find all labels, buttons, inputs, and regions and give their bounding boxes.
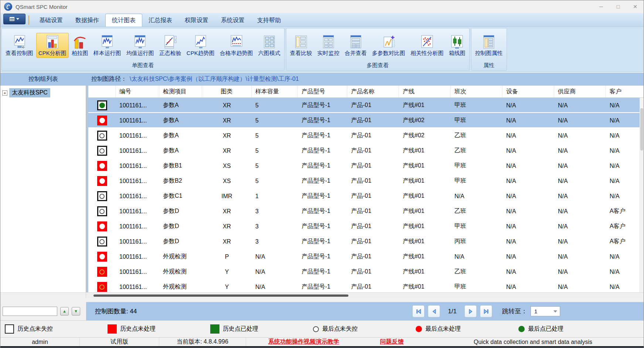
maximize-button[interactable]: □ (610, 0, 627, 13)
column-header-customer[interactable]: 客户 (606, 86, 644, 97)
tab-permission-settings[interactable]: 权限设置 (178, 14, 215, 27)
cell-device: N/A (502, 269, 554, 275)
jump-to-value: 1 (534, 308, 537, 314)
table-row[interactable]: 1001161...参数AXR5产品型号-1产品-01产线#01甲班N/AN/A… (88, 98, 644, 113)
cell-chart-type: XR (202, 117, 252, 124)
column-header-supplier[interactable]: 供应商 (554, 86, 606, 97)
merged-view-button[interactable]: 合并查看 (343, 33, 369, 58)
pareto-chart-button[interactable]: 柏拉图 (69, 33, 91, 58)
history-status-square-icon (97, 237, 107, 247)
tab-data-operations[interactable]: 数据操作 (69, 14, 105, 27)
jump-to-select[interactable]: 1 (531, 306, 560, 316)
minimize-button[interactable]: ─ (593, 0, 610, 13)
legend-square-swatch-icon (108, 324, 117, 334)
history-status-square-icon (97, 282, 107, 292)
tab-statistics-charts[interactable]: 统计图表 (105, 14, 142, 27)
control-chart-table: 编号检测项目图类样本容量产品型号产品名称产线班次设备供应商客户 1001161.… (86, 86, 644, 292)
normality-test-button[interactable]: 正态检验 (157, 33, 184, 58)
tab-basic-settings[interactable]: 基础设置 (33, 14, 69, 27)
column-header-item[interactable]: 检测项目 (159, 86, 202, 97)
vertical-scrollbar-thumb[interactable] (640, 108, 643, 151)
last-page-button[interactable] (480, 305, 492, 317)
mean-run-icon (133, 35, 147, 49)
column-header-status[interactable] (88, 86, 116, 97)
status-bar: admin试用版当前版本: 4.8.4.996系统功能操作视频演示教学问题反馈Q… (0, 337, 644, 348)
mean-run-chart-button[interactable]: 均值运行图 (124, 33, 156, 58)
table-row[interactable]: 1001161...参数AXR5产品型号-1产品-01产线#02乙班N/AN/A… (88, 128, 644, 143)
history-status-square-icon (97, 116, 107, 125)
tree-item-label[interactable]: 太友科技SPC (9, 88, 50, 97)
correlation-analysis-chart-button[interactable]: 相关性分析图 (408, 33, 446, 58)
cell-product-model: 产品型号-1 (298, 192, 347, 200)
table-row[interactable]: 1001161...参数B1XS5产品型号-1产品-01产线#01甲班N/AN/… (88, 158, 644, 173)
cell-supplier: N/A (554, 254, 606, 260)
cell-status (88, 282, 116, 292)
table-row[interactable]: 1001161...参数DXR3产品型号-1产品-01产线#01甲班N/AN/A… (88, 219, 644, 234)
cell-product-model: 产品型号-1 (298, 223, 347, 230)
column-header-sample-size[interactable]: 样本容量 (252, 86, 298, 97)
move-down-button[interactable]: ▼ (72, 307, 80, 316)
multi-parameter-compare-chart-button[interactable]: 多参数对比图 (370, 33, 408, 58)
cell-shift: 乙班 (451, 207, 502, 215)
tab-summary-reports[interactable]: 汇总报表 (142, 14, 178, 27)
cell-id: 1001161... (116, 178, 159, 185)
box-plot-button[interactable]: 箱线图 (447, 33, 468, 58)
column-header-product-model[interactable]: 产品型号 (298, 86, 347, 97)
legend-square-swatch-icon (210, 324, 219, 334)
table-row[interactable]: 1001161...外观检测YN/A产品型号-1产品-01产线#01甲班N/AN… (88, 279, 644, 292)
tree-item-taiyou-spc[interactable]: + 太友科技SPC (0, 88, 86, 97)
table-row[interactable]: 1001161...外观检测PN/A产品型号-1产品-01产线#01N/AN/A… (88, 249, 644, 264)
cpk-trend-chart-button[interactable]: CPK趋势图 (184, 33, 217, 58)
status-video-tutorial-link[interactable]: 系统功能操作视频演示教学 (246, 338, 361, 346)
table-row[interactable]: 1001161...参数AXR5产品型号-1产品-01产线#02甲班N/AN/A… (88, 113, 644, 128)
next-page-button[interactable] (464, 305, 477, 317)
tree-filter-input[interactable] (3, 307, 57, 316)
cell-sample-size: 5 (252, 117, 298, 124)
tab-support-help[interactable]: 支持帮助 (251, 14, 287, 27)
ribbon-button-label: 箱线图 (449, 50, 466, 57)
cell-sample-size: 3 (252, 208, 298, 215)
cell-shift: 乙班 (451, 268, 502, 276)
horizontal-scrollbar-thumb[interactable] (93, 294, 348, 297)
cell-supplier: N/A (554, 163, 606, 169)
cell-status (88, 146, 116, 156)
previous-page-button[interactable] (428, 305, 440, 317)
table-row[interactable]: 1001161...参数AXR5产品型号-1产品-01产线#01乙班N/AN/A… (88, 143, 644, 158)
column-header-shift[interactable]: 班次 (451, 86, 502, 97)
first-page-button[interactable] (412, 305, 425, 317)
tree-expand-icon[interactable]: + (2, 90, 7, 96)
cell-item: 参数C1 (159, 192, 202, 200)
column-header-id[interactable]: 编号 (116, 86, 159, 97)
table-row[interactable]: 1001161...参数B2XS5产品型号-1产品-01产线#01甲班N/AN/… (88, 173, 644, 189)
app-menu-button[interactable] (3, 14, 25, 24)
boxplot-icon (450, 35, 464, 49)
column-header-line[interactable]: 产线 (399, 86, 451, 97)
sample-run-chart-button[interactable]: 样本运行图 (91, 33, 123, 58)
cell-product-name: 产品-01 (347, 268, 399, 276)
table-row[interactable]: 1001161...参数C1IMR1产品型号-1产品-01产线#01N/AN/A… (88, 189, 644, 204)
table-row[interactable]: 1001161...参数DXR3产品型号-1产品-01产线#01乙班N/AN/A… (88, 204, 644, 219)
cell-product-name: 产品-01 (347, 117, 399, 124)
tab-system-settings[interactable]: 系统设置 (215, 14, 251, 27)
cpk-analysis-chart-button[interactable]: CPK分析图 (36, 33, 69, 58)
move-up-button[interactable]: ▲ (60, 307, 69, 316)
column-header-chart-type[interactable]: 图类 (202, 86, 252, 97)
status-feedback-link[interactable]: 问题反馈 (361, 338, 422, 346)
control-chart-properties-button[interactable]: 控制图属性 (473, 33, 505, 58)
column-header-device[interactable]: 设备 (502, 86, 554, 97)
vertical-scrollbar[interactable] (640, 98, 644, 292)
column-header-product-name[interactable]: 产品名称 (347, 86, 399, 97)
cell-chart-type: XR (202, 208, 252, 215)
view-compare-button[interactable]: 查看比较 (288, 33, 314, 58)
cell-customer: N/A (606, 193, 644, 200)
six-chart-mode-button[interactable]: 六图模式 (256, 33, 283, 58)
table-row[interactable]: 1001161...外观检测YN/A产品型号-1产品-01产线#01乙班N/AN… (88, 264, 644, 279)
realtime-monitor-button[interactable]: 实时监控 (315, 33, 342, 58)
pass-rate-trend-chart-button[interactable]: 合格率趋势图 (218, 33, 255, 58)
realtime-icon (321, 35, 335, 49)
table-row[interactable]: 1001161...参数DXR3产品型号-1产品-01产线#01丙班N/AN/A… (88, 234, 644, 249)
horizontal-scrollbar[interactable] (86, 293, 644, 298)
view-control-chart-button[interactable]: 查看控制图 (3, 33, 35, 58)
close-button[interactable]: ✕ (627, 0, 644, 13)
legend-square-swatch-icon (5, 324, 14, 334)
